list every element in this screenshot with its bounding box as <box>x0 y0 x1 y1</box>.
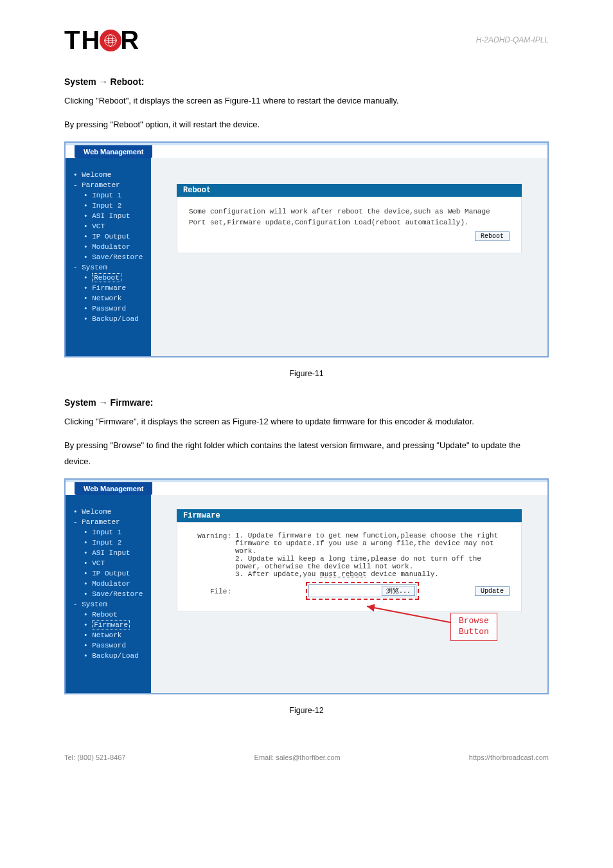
sidebar-item-save[interactable]: Save/Restore <box>66 253 151 262</box>
browse-highlight: 浏览... <box>306 582 419 600</box>
sidebar-item-firmware[interactable]: Firmware <box>66 284 151 293</box>
sidebar-item-firmware-2[interactable]: Firmware <box>66 620 151 629</box>
reboot-button[interactable]: Reboot <box>475 231 510 241</box>
figure-12: Web Management Welcome Parameter Input 1… <box>64 478 549 694</box>
sidebar-item-save-2[interactable]: Save/Restore <box>66 590 151 599</box>
sidebar-group-parameter[interactable]: Parameter <box>66 181 151 190</box>
figure-12-caption: Figure-12 <box>64 706 549 715</box>
section-title-firmware: System → Firmware: <box>64 397 549 408</box>
browse-button[interactable]: 浏览... <box>382 586 415 596</box>
panel-title-firmware: Firmware <box>177 509 522 522</box>
section-title-reboot: System → Reboot: <box>64 77 549 87</box>
sidebar-item-backup-2[interactable]: Backup/Load <box>66 651 151 660</box>
reboot-paragraph-2: By pressing "Reboot" option, it will res… <box>64 117 549 133</box>
logo-th: TH <box>64 26 101 55</box>
fw-warning-2: 2. Update will keep a long time,please d… <box>235 555 481 570</box>
web-mgmt-header: Web Management <box>75 145 152 158</box>
sidebar-item-reboot-2[interactable]: Reboot <box>66 610 151 619</box>
sidebar-item-mod[interactable]: Modulator <box>66 242 151 251</box>
logo-r: R <box>120 26 140 55</box>
sidebar-item-network[interactable]: Network <box>66 294 151 303</box>
firmware-paragraph-2: By pressing "Browse" to find the right f… <box>64 438 549 469</box>
sidebar-item-input2[interactable]: Input 2 <box>66 201 151 210</box>
sidebar-item-asi[interactable]: ASI Input <box>66 212 151 221</box>
sidebar-item-mod-2[interactable]: Modulator <box>66 579 151 588</box>
sidebar-group-parameter-2[interactable]: Parameter <box>66 518 151 527</box>
sidebar: Welcome Parameter Input 1 Input 2 ASI In… <box>66 158 151 356</box>
sidebar-item-input1-2[interactable]: Input 1 <box>66 528 151 537</box>
sidebar-2: Welcome Parameter Input 1 Input 2 ASI In… <box>66 495 151 693</box>
file-input[interactable]: 浏览... <box>308 584 416 597</box>
footer-url: https://thorbroadcast.com <box>469 754 549 761</box>
footer-email: Email: sales@thorfiber.com <box>254 754 341 761</box>
sidebar-item-input2-2[interactable]: Input 2 <box>66 538 151 547</box>
sidebar-item-backup[interactable]: Backup/Load <box>66 314 151 323</box>
update-button[interactable]: Update <box>475 586 510 596</box>
web-mgmt-header-2: Web Management <box>75 482 152 495</box>
svg-line-4 <box>367 606 457 624</box>
fw-warning-3: 3. After update,you must reboot device m… <box>235 570 439 578</box>
warning-label: Warning: <box>189 532 235 578</box>
reboot-panel-text: Some configuration will work after reboo… <box>189 206 510 228</box>
sidebar-item-password[interactable]: Password <box>66 304 151 313</box>
footer-tel: Tel: (800) 521-8467 <box>64 754 125 761</box>
figure-11-caption: Figure-11 <box>64 369 549 378</box>
sidebar-item-welcome-2[interactable]: Welcome <box>66 507 151 516</box>
sidebar-item-asi-2[interactable]: ASI Input <box>66 548 151 557</box>
sidebar-item-reboot[interactable]: Reboot <box>66 273 151 282</box>
main-panel-2: Firmware Warning: 1. Update firmware to … <box>151 495 547 693</box>
sidebar-item-network-2[interactable]: Network <box>66 631 151 640</box>
reboot-paragraph-1: Clicking "Reboot", it displays the scree… <box>64 93 549 109</box>
sidebar-item-ipout[interactable]: IP Output <box>66 232 151 241</box>
main-panel: Reboot Some configuration will work afte… <box>151 158 547 356</box>
fw-warning-1: 1. Update firmware to get new function,p… <box>235 532 498 555</box>
browse-callout: BrowseButton <box>450 613 497 641</box>
page-footer: Tel: (800) 521-8467 Email: sales@thorfib… <box>64 754 549 761</box>
file-label: File: <box>189 587 235 595</box>
sidebar-group-system[interactable]: System <box>66 263 151 272</box>
panel-title-reboot: Reboot <box>177 184 522 197</box>
sidebar-item-ipout-2[interactable]: IP Output <box>66 569 151 578</box>
sidebar-item-vct[interactable]: VCT <box>66 222 151 231</box>
arrow-icon <box>351 601 466 633</box>
sidebar-item-input1[interactable]: Input 1 <box>66 191 151 200</box>
sidebar-item-vct-2[interactable]: VCT <box>66 559 151 568</box>
firmware-paragraph-1: Clicking "Firmware", it displays the scr… <box>64 414 549 430</box>
sidebar-item-password-2[interactable]: Password <box>66 641 151 650</box>
sidebar-item-welcome[interactable]: Welcome <box>66 170 151 179</box>
figure-11: Web Management Welcome Parameter Input 1… <box>64 141 549 357</box>
logo-text: TH R <box>64 26 140 55</box>
sidebar-group-system-2[interactable]: System <box>66 600 151 609</box>
logo-globe-icon <box>100 30 121 51</box>
